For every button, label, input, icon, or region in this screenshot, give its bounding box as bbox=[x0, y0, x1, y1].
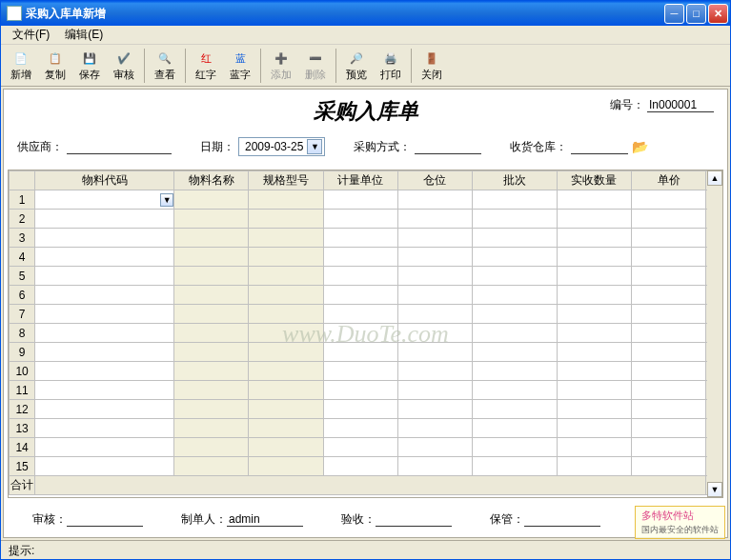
cell[interactable] bbox=[397, 324, 472, 343]
supplier-input[interactable] bbox=[67, 140, 172, 154]
cell[interactable] bbox=[473, 419, 558, 438]
cell[interactable] bbox=[397, 400, 472, 419]
add-row-button[interactable]: ➕添加 bbox=[265, 47, 297, 85]
row-number[interactable]: 6 bbox=[10, 286, 35, 305]
close-button[interactable]: 🚪关闭 bbox=[416, 47, 448, 85]
cell[interactable] bbox=[35, 362, 174, 381]
scroll-up-icon[interactable]: ▲ bbox=[707, 170, 722, 186]
cell[interactable] bbox=[557, 362, 631, 381]
cell[interactable] bbox=[174, 190, 249, 210]
del-row-button[interactable]: ➖删除 bbox=[299, 47, 332, 85]
cell[interactable] bbox=[35, 400, 174, 419]
row-number[interactable]: 9 bbox=[10, 343, 35, 362]
cell[interactable]: ▼ bbox=[35, 190, 174, 210]
cell[interactable] bbox=[35, 381, 174, 400]
cell[interactable] bbox=[249, 286, 323, 305]
col-header[interactable]: 仓位 bbox=[397, 171, 472, 190]
cell[interactable] bbox=[473, 400, 558, 419]
cell[interactable] bbox=[249, 362, 323, 381]
cell[interactable] bbox=[323, 229, 397, 248]
cell[interactable] bbox=[632, 210, 706, 229]
row-number[interactable]: 10 bbox=[10, 362, 35, 381]
cell[interactable] bbox=[35, 305, 174, 324]
col-header[interactable] bbox=[10, 171, 35, 190]
cell[interactable] bbox=[473, 362, 558, 381]
row-number[interactable]: 2 bbox=[10, 210, 35, 229]
cell[interactable] bbox=[174, 362, 249, 381]
cell[interactable] bbox=[397, 210, 472, 229]
col-header[interactable]: 规格型号 bbox=[249, 171, 323, 190]
cell[interactable] bbox=[557, 286, 631, 305]
cell[interactable] bbox=[174, 438, 249, 457]
cell[interactable] bbox=[323, 343, 397, 362]
col-header[interactable]: 物料名称 bbox=[174, 171, 249, 190]
table-row[interactable]: 3 bbox=[10, 229, 722, 248]
cell[interactable] bbox=[249, 457, 323, 476]
cell[interactable] bbox=[35, 267, 174, 286]
minimize-button[interactable]: ─ bbox=[664, 4, 684, 24]
vertical-scrollbar[interactable]: ▲ ▼ bbox=[707, 170, 722, 497]
cell[interactable] bbox=[557, 324, 631, 343]
warehouse-input[interactable] bbox=[571, 140, 628, 154]
row-number[interactable]: 3 bbox=[10, 229, 35, 248]
col-header[interactable]: 单价 bbox=[632, 171, 706, 190]
cell[interactable] bbox=[473, 229, 558, 248]
cell[interactable] bbox=[397, 457, 472, 476]
new-button[interactable]: 📄新增 bbox=[5, 47, 37, 85]
table-row[interactable]: 10 bbox=[10, 362, 722, 381]
keeper-input[interactable] bbox=[524, 512, 600, 527]
cell[interactable] bbox=[473, 210, 558, 229]
row-number[interactable]: 14 bbox=[10, 438, 35, 457]
audit-input[interactable] bbox=[67, 512, 143, 527]
cell[interactable] bbox=[249, 267, 323, 286]
folder-icon[interactable]: 📂 bbox=[632, 139, 648, 154]
red-button[interactable]: 红红字 bbox=[190, 47, 222, 85]
cell[interactable] bbox=[632, 419, 706, 438]
cell[interactable] bbox=[35, 324, 174, 343]
row-number[interactable]: 13 bbox=[10, 419, 35, 438]
cell[interactable] bbox=[557, 210, 631, 229]
cell[interactable] bbox=[632, 305, 706, 324]
row-number[interactable]: 12 bbox=[10, 400, 35, 419]
row-number[interactable]: 5 bbox=[10, 267, 35, 286]
table-row[interactable]: 8 bbox=[10, 324, 722, 343]
col-header[interactable]: 物料代码 bbox=[35, 171, 174, 190]
cell[interactable] bbox=[174, 305, 249, 324]
row-number[interactable]: 11 bbox=[10, 381, 35, 400]
cell[interactable] bbox=[35, 457, 174, 476]
cell[interactable] bbox=[632, 229, 706, 248]
cell[interactable] bbox=[174, 286, 249, 305]
check-input[interactable] bbox=[376, 512, 452, 527]
print-button[interactable]: 🖨️打印 bbox=[375, 47, 407, 85]
cell[interactable] bbox=[397, 305, 472, 324]
grid-body[interactable]: 1▼23456789101112131415 bbox=[10, 190, 722, 476]
row-number[interactable]: 15 bbox=[10, 457, 35, 476]
cell[interactable] bbox=[557, 229, 631, 248]
cell[interactable] bbox=[174, 267, 249, 286]
table-row[interactable]: 12 bbox=[10, 400, 722, 419]
cell[interactable] bbox=[397, 286, 472, 305]
table-row[interactable]: 1▼ bbox=[10, 190, 722, 210]
cell[interactable] bbox=[323, 248, 397, 267]
date-picker[interactable]: 2009-03-25 ▼ bbox=[238, 137, 325, 156]
row-number[interactable]: 7 bbox=[10, 305, 35, 324]
cell[interactable] bbox=[323, 324, 397, 343]
method-input[interactable] bbox=[415, 140, 481, 154]
cell[interactable] bbox=[473, 286, 558, 305]
cell[interactable] bbox=[174, 324, 249, 343]
cell[interactable] bbox=[397, 438, 472, 457]
cell[interactable] bbox=[323, 190, 397, 210]
cell[interactable] bbox=[473, 305, 558, 324]
cell[interactable] bbox=[632, 400, 706, 419]
cell[interactable] bbox=[632, 381, 706, 400]
cell[interactable] bbox=[323, 305, 397, 324]
cell[interactable] bbox=[249, 305, 323, 324]
cell[interactable] bbox=[323, 210, 397, 229]
cell[interactable] bbox=[632, 457, 706, 476]
row-number[interactable]: 4 bbox=[10, 248, 35, 267]
cell[interactable] bbox=[35, 419, 174, 438]
cell[interactable] bbox=[632, 286, 706, 305]
table-row[interactable]: 11 bbox=[10, 381, 722, 400]
cell[interactable] bbox=[174, 400, 249, 419]
data-grid[interactable]: www.DuoTe.com 物料代码物料名称规格型号计量单位仓位批次实收数量单价… bbox=[8, 170, 723, 498]
